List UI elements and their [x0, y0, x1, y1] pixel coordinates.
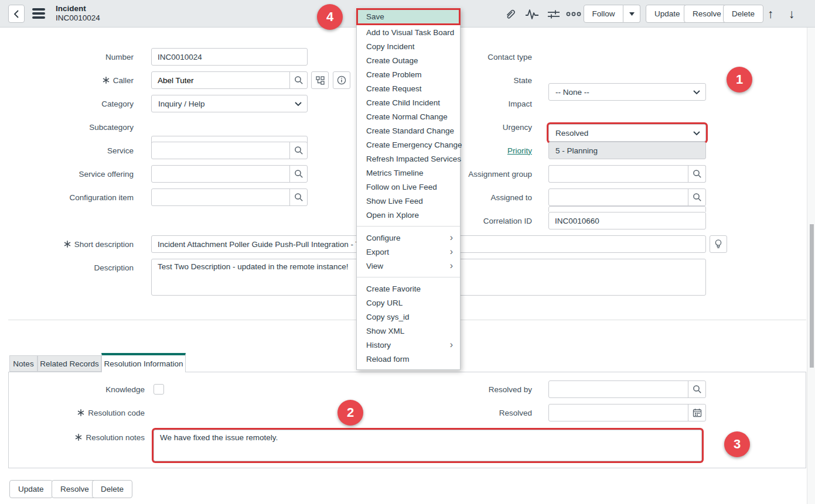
menu-item-create-favorite[interactable]: Create Favorite: [357, 282, 460, 296]
category-label: Category: [8, 95, 134, 112]
back-button[interactable]: [8, 5, 25, 23]
menu-item-configure[interactable]: Configure›: [357, 231, 460, 245]
callout-4-save: 4: [317, 4, 343, 30]
vertical-scrollbar-track[interactable]: [807, 27, 815, 504]
activity-stream-button[interactable]: [523, 5, 541, 23]
knowledge-checkbox[interactable]: [154, 384, 164, 395]
search-icon: [294, 146, 304, 155]
header-delete-button[interactable]: Delete: [723, 5, 763, 23]
assigned-to-input[interactable]: [549, 189, 688, 205]
menu-item-follow-on-live-feed[interactable]: Follow on Live Feed: [357, 180, 460, 194]
resolved-calendar-button[interactable]: [688, 404, 705, 421]
number-field[interactable]: [151, 48, 308, 66]
personalize-form-button[interactable]: [545, 5, 562, 23]
short-description-label: Short description: [8, 235, 134, 253]
menu-item-reload-form[interactable]: Reload form: [357, 352, 460, 366]
menu-item-create-standard-change[interactable]: Create Standard Change: [357, 124, 460, 138]
callout-3-resolution-notes: 3: [724, 431, 750, 457]
menu-item-copy-sys-id[interactable]: Copy sys_id: [357, 310, 460, 324]
correlation-id-input[interactable]: [548, 212, 706, 229]
resolved-date-input[interactable]: [549, 404, 688, 421]
menu-item-save[interactable]: Save: [356, 8, 461, 25]
footer-update-button[interactable]: Update: [9, 480, 53, 498]
service-lookup-button[interactable]: [289, 142, 307, 159]
menu-item-export[interactable]: Export›: [357, 245, 460, 259]
menu-item-open-in-xplore[interactable]: Open in Xplore: [357, 208, 460, 222]
menu-item-copy-incident[interactable]: Copy Incident: [357, 39, 460, 53]
menu-item-copy-url[interactable]: Copy URL: [357, 296, 460, 310]
service-offering-input[interactable]: [152, 166, 289, 182]
tab-resolution-information[interactable]: Resolution Information: [101, 353, 186, 372]
follow-button[interactable]: Follow: [584, 5, 623, 23]
menu-item-create-emergency-change[interactable]: Create Emergency Change: [357, 138, 460, 152]
configuration-item-lookup-button[interactable]: [289, 189, 307, 205]
resolution-notes-textarea[interactable]: We have fixed the issue remotely.: [154, 430, 702, 461]
menu-item-create-outage[interactable]: Create Outage: [357, 53, 460, 67]
context-menu-hamburger-icon[interactable]: [32, 8, 45, 19]
calendar-icon: [693, 408, 702, 417]
service-input[interactable]: [152, 142, 289, 159]
attachment-button[interactable]: [502, 5, 519, 23]
configuration-item-field: [151, 188, 308, 206]
subcategory-label: Subcategory: [8, 118, 134, 136]
caller-preview-button[interactable]: [333, 71, 350, 89]
more-dots-icon: [566, 11, 581, 18]
menu-item-history[interactable]: History›: [357, 338, 460, 352]
callout-2-resolution-code: 2: [337, 400, 363, 426]
resolved-by-lookup-button[interactable]: [688, 381, 705, 397]
record-title: Incident INC0010024: [56, 4, 100, 23]
submenu-arrow-icon: ›: [450, 247, 453, 256]
menu-item-add-to-visual-task-board[interactable]: Add to Visual Task Board: [357, 25, 460, 39]
menu-item-show-live-feed[interactable]: Show Live Feed: [357, 194, 460, 208]
correlation-id-field[interactable]: [548, 212, 706, 229]
menu-item-show-xml[interactable]: Show XML: [357, 324, 460, 338]
caller-input[interactable]: [152, 72, 289, 88]
previous-record-button[interactable]: ↑: [762, 5, 779, 23]
service-offering-field: [151, 165, 308, 183]
assignment-group-lookup-button[interactable]: [688, 166, 705, 182]
more-options-button[interactable]: [564, 5, 584, 23]
header-update-button[interactable]: Update: [646, 5, 689, 23]
follow-dropdown-button[interactable]: [623, 5, 640, 23]
service-offering-label: Service offering: [8, 165, 134, 183]
suggestion-lightbulb-button[interactable]: [710, 235, 727, 253]
service-offering-lookup-button[interactable]: [289, 166, 307, 182]
resolution-code-label: Resolution code: [7, 404, 145, 421]
service-label: Service: [8, 142, 134, 159]
assigned-to-lookup-button[interactable]: [688, 189, 705, 205]
lightbulb-icon: [714, 239, 722, 249]
assignment-group-input[interactable]: [549, 166, 688, 182]
contact-type-select[interactable]: -- None --: [548, 83, 706, 101]
resolved-by-input[interactable]: [549, 381, 688, 397]
menu-item-create-problem[interactable]: Create Problem: [357, 67, 460, 81]
footer-resolve-label: Resolve: [60, 485, 89, 493]
caller-lookup-button[interactable]: [289, 72, 307, 88]
footer-delete-button[interactable]: Delete: [92, 480, 132, 498]
number-input[interactable]: [151, 48, 308, 66]
next-record-button[interactable]: ↓: [783, 5, 800, 23]
callout-1-state: 1: [727, 67, 752, 92]
category-select[interactable]: Inquiry / Help: [151, 95, 308, 112]
info-icon: [337, 76, 346, 85]
caller-related-records-button[interactable]: [311, 71, 329, 89]
mandatory-asterisk-icon: [75, 434, 82, 441]
resolved-date-field: [548, 404, 706, 421]
arrow-down-icon: ↓: [789, 8, 795, 20]
footer-resolve-button[interactable]: Resolve: [52, 480, 98, 498]
paperclip-icon: [504, 8, 517, 20]
mandatory-asterisk-icon: [103, 77, 110, 84]
menu-item-create-request[interactable]: Create Request: [357, 81, 460, 95]
tab-notes[interactable]: Notes: [9, 355, 37, 372]
record-context-menu: Save Add to Visual Task Board Copy Incid…: [356, 8, 461, 370]
menu-item-metrics-timeline[interactable]: Metrics Timeline: [357, 166, 460, 180]
configuration-item-input[interactable]: [152, 189, 289, 205]
tab-related-records[interactable]: Related Records: [37, 355, 101, 372]
menu-item-view[interactable]: View›: [357, 259, 460, 273]
menu-item-create-normal-change[interactable]: Create Normal Change: [357, 109, 460, 124]
resolved-by-label: Resolved by: [406, 380, 532, 398]
vertical-scrollbar-thumb[interactable]: [810, 224, 814, 368]
menu-item-create-child-incident[interactable]: Create Child Incident: [357, 95, 460, 109]
delete-button-label: Delete: [732, 9, 755, 18]
menu-item-refresh-impacted-services[interactable]: Refresh Impacted Services: [357, 152, 460, 166]
state-select[interactable]: Resolved: [548, 124, 706, 142]
